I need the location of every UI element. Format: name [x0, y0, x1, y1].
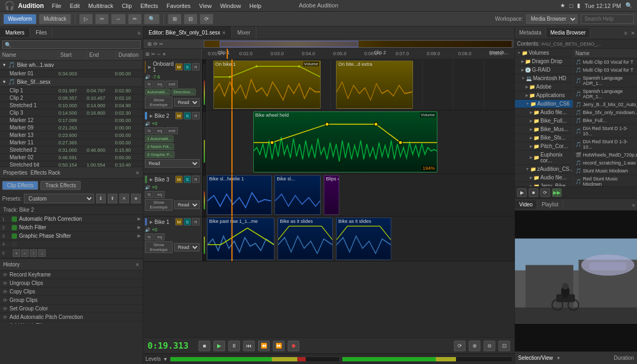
- effect-badge-3[interactable]: 3 Graphic P...: [145, 151, 175, 158]
- clip-bike1-2[interactable]: Bike as it slides: [278, 218, 333, 260]
- track-record-onboard1[interactable]: R: [192, 63, 200, 71]
- mb-autoplay-btn[interactable]: ▶▶: [552, 188, 562, 197]
- track-mute-bike2[interactable]: M: [175, 112, 183, 119]
- track-mute-bike3[interactable]: M: [175, 176, 183, 183]
- snap-btn[interactable]: ⊞: [168, 14, 182, 24]
- tab-playlist[interactable]: Playlist: [537, 201, 563, 209]
- menu-favorites[interactable]: Favorites: [163, 2, 194, 10]
- grid-btn[interactable]: ⊟: [184, 14, 197, 24]
- tab-video[interactable]: Video: [515, 201, 537, 209]
- folder-macintosh[interactable]: ▼ 💻 Macintosh HD: [515, 74, 573, 83]
- transport-pause[interactable]: ⏸: [228, 341, 240, 351]
- marker-group-2[interactable]: ▼ 🎵 Bike_Sf...sesx: [0, 77, 143, 87]
- file-item[interactable]: 🎵DIA Red Stunt D 1-3-10...: [573, 125, 637, 138]
- transport-rewind[interactable]: ⏮: [243, 341, 255, 351]
- menu-view[interactable]: View: [195, 2, 216, 10]
- effect-power-3[interactable]: [12, 233, 17, 239]
- folder-audition-cs6[interactable]: ▼ 📁 Audition_CS6: [515, 100, 573, 108]
- zoom-fit-btn[interactable]: ⊡: [498, 341, 510, 351]
- track-solo-bike1[interactable]: S: [184, 218, 191, 226]
- editor-tab-main[interactable]: Editor: Bike_Sfx_only_01.sesx ✕: [143, 27, 232, 39]
- track-mute-bike1[interactable]: M: [175, 218, 183, 226]
- zoom-out-btn[interactable]: ⊖: [484, 341, 495, 351]
- folder-g-raid[interactable]: ▶ 💽 G-RAID: [515, 66, 573, 74]
- folder-euphonix[interactable]: ▶ 📁 Euphonix cor...: [515, 151, 573, 165]
- effect-badge[interactable]: Directive...: [171, 89, 196, 96]
- workspace-select[interactable]: Media Browser: [526, 14, 578, 24]
- track-record-bike3[interactable]: R: [192, 176, 200, 183]
- preset-delete-btn[interactable]: ✕: [119, 194, 129, 203]
- tool-zoom[interactable]: 🔍: [144, 14, 160, 24]
- eq-btn-bike3[interactable]: eq: [154, 191, 165, 198]
- clip-onboard1-2[interactable]: On bite...d extra: [336, 60, 413, 109]
- read-select-bike2[interactable]: Read: [145, 159, 200, 168]
- tab-files[interactable]: Files: [30, 28, 53, 37]
- track-arrow-bike3[interactable]: ▶: [150, 177, 153, 182]
- file-item[interactable]: 🎵Bike_Full...: [573, 117, 637, 125]
- clip-effects-btn[interactable]: Clip Effects: [2, 181, 38, 190]
- tool-move[interactable]: ↔: [111, 14, 126, 24]
- effect-arrow-2[interactable]: ▶: [137, 225, 141, 230]
- tool-pencil[interactable]: ✏: [128, 14, 142, 24]
- marker-row[interactable]: Stretched bit0:50.1541:00.5540:10.40: [0, 161, 143, 167]
- effect-power-2[interactable]: [12, 225, 17, 230]
- file-item[interactable]: 🎵Spanish Language ADR_1...: [573, 74, 637, 88]
- file-item[interactable]: 🎬HotWheels_RedD_720p.r...: [573, 151, 637, 159]
- fx-btn-bike1[interactable]: fx: [145, 233, 153, 240]
- track-record-bike2[interactable]: R: [192, 112, 200, 119]
- effect-arrow-1[interactable]: ▶: [137, 216, 141, 221]
- marker-row[interactable]: Stretched 20:31.0000:46.8000:15.80: [0, 146, 143, 154]
- effect-add-btn[interactable]: +: [13, 249, 20, 257]
- history-item[interactable]: ⟳Add Automatic Pitch Correction: [0, 313, 143, 322]
- menu-effects[interactable]: Effects: [136, 2, 161, 10]
- folder-bike-full[interactable]: ▶ 📁 Bike_Full...: [515, 117, 573, 125]
- multitrack-btn[interactable]: Multitrack: [39, 14, 71, 24]
- menu-edit[interactable]: Edit: [66, 2, 83, 10]
- markers-search-input[interactable]: [2, 40, 141, 49]
- transport-stop[interactable]: ■: [199, 341, 210, 351]
- file-item[interactable]: 🎵Multi Clip 03 Vocal for T: [573, 66, 637, 74]
- folder-pitch-cor[interactable]: ▶ 📁 Pitch_Cor...: [515, 142, 573, 151]
- track-arrow-onboard1[interactable]: ▶: [148, 65, 151, 70]
- tool-select[interactable]: ▷: [79, 14, 93, 24]
- send-btn-bike2[interactable]: snd: [166, 127, 178, 134]
- read-select-onboard1[interactable]: Read: [174, 98, 200, 107]
- file-item[interactable]: 🎵record_scratching_1.wav: [573, 159, 637, 167]
- send-btn-onboard1[interactable]: snd: [166, 81, 178, 88]
- marker-row[interactable]: Clip 30:14.5000:16.8000:02.30: [0, 109, 143, 117]
- eq-btn-bike2[interactable]: eq: [154, 127, 165, 134]
- presets-select[interactable]: Custom: [24, 194, 94, 203]
- right-panel-close-icon[interactable]: ✕: [631, 30, 635, 36]
- search-help-input[interactable]: [581, 14, 634, 24]
- marker-row[interactable]: Marker 020:46.5910:00.00: [0, 154, 143, 161]
- marker-row[interactable]: Marker 120:17.0990:00.00: [0, 117, 143, 124]
- marker-row[interactable]: Stretched 10:10.0000:14.9000:04.90: [0, 102, 143, 109]
- overview-bar[interactable]: [204, 40, 512, 48]
- markers-menu-icon[interactable]: ≡: [137, 30, 141, 36]
- overview-btn1[interactable]: ⊞: [148, 41, 152, 47]
- folder-audio-file[interactable]: ▶ 📁 Audio file...: [515, 108, 573, 117]
- file-item[interactable]: 🎵Spanish Language ADR_1...: [573, 88, 637, 101]
- show-envelope-btn-bike3[interactable]: Show Envelope: [145, 199, 173, 211]
- video-panel-menu-icon[interactable]: ≡: [632, 203, 635, 208]
- read-select-bike1[interactable]: Read: [174, 243, 200, 252]
- effect-badge-2[interactable]: 2 Notch Filt...: [145, 143, 174, 150]
- waveform-btn[interactable]: Waveform: [3, 14, 37, 24]
- clip-bike1-1[interactable]: Bike past raw 1_1...me: [207, 218, 274, 260]
- tab-metadata[interactable]: Metadata: [515, 28, 546, 37]
- history-item[interactable]: ⟳Add Notch Filter: [0, 322, 143, 324]
- file-item[interactable]: 🎵Bike_Sfx_only_mixdown...: [573, 109, 637, 117]
- menu-multitrack[interactable]: Multitrack: [84, 2, 117, 10]
- track-mute-onboard1[interactable]: M: [175, 63, 183, 71]
- file-item[interactable]: 🎵Multi Clip 03 Vocal for T: [573, 58, 637, 66]
- folder-volumes[interactable]: ▼ 📁 Volumes: [515, 49, 573, 57]
- marker-row[interactable]: Marker 01 0:34.003 0:00.00: [0, 70, 143, 77]
- effects-rack-close[interactable]: ✕: [135, 170, 140, 176]
- eq-btn-onboard1[interactable]: eq: [154, 81, 165, 88]
- levels-dropdown-icon[interactable]: ▼: [163, 357, 168, 362]
- marker-row[interactable]: Clip 20:08.3570:10.4570:02.10: [0, 94, 143, 102]
- right-panel-menu-icon[interactable]: ≡: [624, 30, 627, 36]
- track-solo-onboard1[interactable]: S: [184, 63, 191, 71]
- transport-back[interactable]: ⏪: [258, 341, 270, 351]
- tab-media-browser[interactable]: Media Browser: [546, 28, 591, 37]
